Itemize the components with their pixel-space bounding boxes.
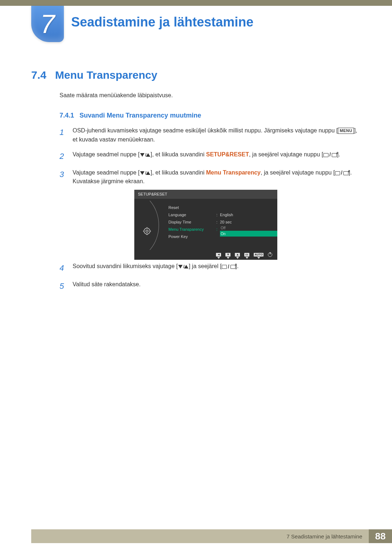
settings-gear-icon xyxy=(143,227,151,235)
svg-marker-3 xyxy=(140,171,144,175)
step-3: 3 Vajutage seadmel nuppe [/], et liikuda… xyxy=(60,168,361,259)
top-accent-bar xyxy=(0,0,392,6)
svg-marker-5 xyxy=(146,171,150,175)
osd-ctrl-auto: AUTO xyxy=(254,253,264,259)
step-1: 1 OSD-juhendi kuvamiseks vajutage seadme… xyxy=(60,126,361,144)
osd-ctrl-down: ▼ xyxy=(225,253,230,259)
chapter-number: 7 xyxy=(40,9,55,39)
footer-page-number: 88 xyxy=(369,529,392,543)
osd-screenshot: SETUP&RESET Reset Language:English Displ… xyxy=(134,190,277,256)
osd-item-display-time: Display Time:20 sec xyxy=(167,218,273,226)
step-5: 5 Valitud säte rakendatakse. xyxy=(60,280,361,292)
down-up-arrows-icon: / xyxy=(140,153,151,157)
step-4: 4 Soovitud suvandini liikumiseks vajutag… xyxy=(60,262,361,274)
osd-ctrl-up: ▲ xyxy=(235,253,240,259)
enter-source-icon: / xyxy=(323,151,337,159)
osd-ctrl-left: ◄ xyxy=(216,253,221,259)
osd-body: Reset Language:English Display Time:20 s… xyxy=(134,199,277,252)
power-icon xyxy=(268,253,272,257)
subsection-number: 7.4.1 xyxy=(60,112,74,119)
osd-item-language: Language:English xyxy=(167,211,273,218)
highlight-menu-transparency: Menu Transparency xyxy=(206,169,261,176)
osd-ctrl-enter: ▭ xyxy=(244,253,249,259)
menu-key-icon: MENU xyxy=(338,128,354,134)
step-2: 2 Vajutage seadmel nuppe [/], et liikuda… xyxy=(60,150,361,163)
osd-arc-decor xyxy=(134,199,159,252)
chapter-title: Seadistamine ja lähtestamine xyxy=(71,15,253,30)
subsection-heading: 7.4.1 Suvandi Menu Transparency muutmine xyxy=(60,112,201,119)
osd-item-reset: Reset xyxy=(167,204,273,211)
osd-ctrl-power xyxy=(268,253,272,259)
section-title: Menu Transparency xyxy=(55,69,158,81)
page-footer: 7 Seadistamine ja lähtestamine 88 xyxy=(31,529,392,543)
svg-point-6 xyxy=(144,228,150,234)
down-up-arrows-icon: / xyxy=(178,264,189,269)
section-intro: Saate määrata menüüakende läbipaistvuse. xyxy=(60,92,173,99)
section-number: 7.4 xyxy=(31,69,46,81)
section-heading: 7.4 Menu Transparency xyxy=(31,69,157,81)
svg-point-7 xyxy=(146,230,148,232)
svg-marker-0 xyxy=(140,153,144,157)
chapter-badge: 7 xyxy=(31,6,64,42)
osd-title: SETUP&RESET xyxy=(134,190,277,199)
osd-option-on: On xyxy=(220,231,277,237)
enter-source-icon: / xyxy=(222,263,236,271)
footer-text: 7 Seadistamine ja lähtestamine xyxy=(31,529,369,543)
down-up-arrows-icon: / xyxy=(140,171,151,175)
enter-source-icon: / xyxy=(335,169,349,177)
osd-options: Off On xyxy=(220,225,277,237)
osd-control-bar: ◄ ▼ ▲ ▭ AUTO xyxy=(134,252,277,260)
steps-list: 1 OSD-juhendi kuvamiseks vajutage seadme… xyxy=(60,126,361,264)
svg-marker-2 xyxy=(146,153,150,157)
subsection-title: Suvandi Menu Transparency muutmine xyxy=(79,112,201,119)
svg-marker-12 xyxy=(178,265,183,268)
highlight-setup-reset: SETUP&RESET xyxy=(206,151,249,157)
svg-marker-14 xyxy=(184,265,188,268)
steps-list-continued: 4 Soovitud suvandini liikumiseks vajutag… xyxy=(60,262,361,298)
osd-option-off: Off xyxy=(220,225,277,231)
